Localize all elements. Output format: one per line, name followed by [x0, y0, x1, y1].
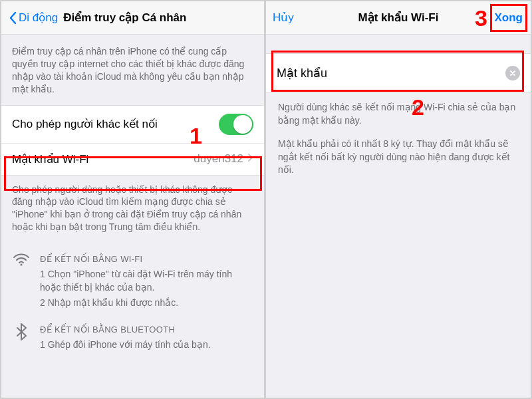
wifi-how-text: ĐỂ KẾT NỐI BẰNG WI-FI 1 Chọn "iPhone" từ…: [40, 252, 253, 309]
wifi-password-value: duyen312: [194, 152, 243, 166]
page-title: Điểm truy cập Cá nhân: [63, 11, 186, 25]
allow-others-label: Cho phép người khác kết nối: [12, 117, 219, 131]
chevron-right-icon: [247, 153, 253, 165]
bluetooth-icon: [12, 323, 31, 351]
wifi-password-label: Mật khẩu Wi-Fi: [12, 152, 194, 166]
password-label: Mật khẩu: [277, 66, 505, 80]
personal-hotspot-screen: Di động Điểm truy cập Cá nhân Điểm truy …: [1, 1, 266, 398]
cancel-button[interactable]: Hủy: [273, 11, 294, 25]
bluetooth-how-step1: 1 Ghép đôi iPhone với máy tính của bạn.: [40, 338, 211, 351]
chevron-left-icon: [8, 11, 17, 25]
password-help-1: Người dùng khác sẽ kết nối mạng Wi-Fi ch…: [266, 93, 531, 135]
wifi-how-section: ĐỂ KẾT NỐI BẰNG WI-FI 1 Chọn "iPhone" từ…: [1, 245, 264, 316]
intro-text: Điểm truy cập cá nhân trên iPhone có thể…: [1, 35, 264, 105]
toggle-knob: [233, 115, 252, 134]
wifi-how-step1: 1 Chọn "iPhone" từ cài đặt Wi-Fi trên má…: [40, 267, 253, 295]
wifi-how-title: ĐỂ KẾT NỐI BẰNG WI-FI: [40, 253, 253, 266]
clear-icon[interactable]: [505, 66, 520, 80]
back-label: Di động: [19, 11, 58, 25]
wifi-how-step2: 2 Nhập mật khẩu khi được nhắc.: [40, 296, 253, 309]
bluetooth-how-text: ĐỂ KẾT NỐI BẰNG BLUETOOTH 1 Ghép đôi iPh…: [40, 323, 211, 351]
wifi-password-cell[interactable]: Mật khẩu Wi-Fi duyen312: [1, 143, 264, 175]
password-field-cell[interactable]: Mật khẩu: [266, 53, 531, 93]
page-title-right: Mật khẩu Wi-Fi: [358, 11, 439, 25]
back-button[interactable]: Di động: [8, 11, 58, 25]
wifi-icon: [12, 252, 31, 309]
bluetooth-how-title: ĐỂ KẾT NỐI BẰNG BLUETOOTH: [40, 324, 211, 336]
navbar-left: Di động Điểm truy cập Cá nhân: [1, 1, 264, 35]
password-help-2: Mật khẩu phải có ít nhất 8 ký tự. Thay đ…: [266, 135, 531, 185]
allow-others-cell[interactable]: Cho phép người khác kết nối: [1, 106, 264, 143]
footer-text: Cho phép người dùng hoặc thiết bị khác k…: [1, 176, 264, 246]
allow-others-toggle[interactable]: [219, 114, 253, 135]
wifi-password-screen: Hủy Mật khẩu Wi-Fi Xong Mật khẩu Người d…: [266, 1, 531, 398]
navbar-right: Hủy Mật khẩu Wi-Fi Xong: [266, 1, 531, 35]
hotspot-settings-group: Cho phép người khác kết nối Mật khẩu Wi-…: [1, 105, 264, 176]
svg-point-0: [20, 264, 22, 266]
done-button[interactable]: Xong: [495, 11, 523, 25]
bluetooth-how-section: ĐỂ KẾT NỐI BẰNG BLUETOOTH 1 Ghép đôi iPh…: [1, 316, 264, 358]
